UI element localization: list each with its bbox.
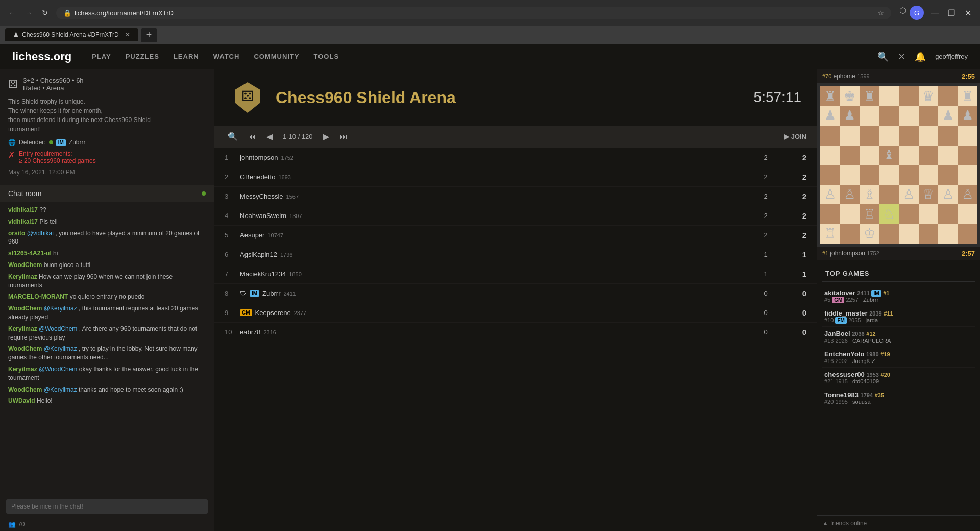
msg-user-0[interactable]: vidhikai17 [8,206,38,213]
cell-d6 [879,126,899,146]
rank-6: 6 [225,251,240,258]
chat-room-header: Chat room [0,185,214,202]
nav-learn[interactable]: LEARN [174,53,199,60]
tournament-center: ⚄ Chess960 Shield Arena 5:57:11 🔍 ⏮ ◀ 1-… [214,69,817,531]
msg-user-11[interactable]: WoodChem [8,386,42,393]
tg-player1-3: EntchenYolo 1980 #19 [824,350,890,358]
cell-g7: ♟ [938,106,958,126]
forward-button[interactable]: → [21,6,36,20]
nav-watch[interactable]: WATCH [213,53,240,60]
shield-icon-small: 🛡 [240,289,247,297]
first-page-button[interactable]: ⏮ [245,130,259,143]
cell-h2 [958,204,978,224]
last-page-button[interactable]: ⏭ [336,130,351,143]
search-icon[interactable]: 🔍 [877,51,889,62]
table-row[interactable]: 8 🛡 IM Zubrrr 2411 0 0 [214,284,817,303]
new-tab-button[interactable]: + [141,28,157,42]
close-icon[interactable]: ✕ [898,51,905,62]
defender-label: Defender: [19,139,46,146]
msg-user-8[interactable]: Keryilmaz [8,325,37,332]
cell-d1 [879,224,899,244]
msg-user-3[interactable]: sf1265-4A21-ul [8,250,52,257]
tab-close-icon[interactable]: ✕ [125,31,130,38]
msg-mention-10: @WoodChem [39,366,77,373]
top-game-row-0[interactable]: akitalover 2411 IM #1 #5 GM 2257 Zubrrr [822,286,975,306]
nav-tools[interactable]: TOOLS [314,53,339,60]
search-button[interactable]: 🔍 [225,130,241,143]
table-row[interactable]: 1 johntompson 1752 2 2 [214,148,817,167]
cell-h6 [958,126,978,146]
score-9: 0 [781,308,806,317]
tg-player2-4: #21 1915 dtd040109 [824,378,890,384]
chat-msg-0: vidhikai17 ?? [8,206,206,214]
active-tab[interactable]: ♟ Chess960 Shield Arena #DFrnXTrD ✕ [5,28,138,41]
table-row[interactable]: 4 NoahvanSwelm 1307 2 2 [214,206,817,226]
msg-user-7[interactable]: WoodChem [8,305,42,312]
tg-left-2: JanBoel 2036 #12 #13 2026 CARAPULCRA [824,330,891,344]
desc-line1: This Shield trophy is unique. [8,98,85,105]
pts-4: 2 [750,212,781,220]
address-bar[interactable]: 🔒 lichess.org/tournament/DFrnXTrD ☆ [56,7,891,19]
refresh-button[interactable]: ↻ [38,6,52,20]
score-5: 2 [781,231,806,239]
table-row[interactable]: 9 CM Keepserene 2377 0 0 [214,303,817,323]
chat-msg-8: Keryilmaz @WoodChem , Are there any 960 … [8,325,206,342]
table-row[interactable]: 6 AgsiKapin12 1796 1 1 [214,245,817,264]
desc-line2: The winner keeps it for one month, [8,107,103,114]
maximize-button[interactable]: ❐ [944,6,959,20]
prev-page-button[interactable]: ◀ [263,130,276,143]
nav-puzzles[interactable]: PUZZLES [126,53,159,60]
msg-user-1[interactable]: vidhikai17 [8,218,38,225]
table-row[interactable]: 3 MessyChessie 1567 2 2 [214,187,817,206]
top-game-row-5[interactable]: Tonne1983 1794 #35 #20 1995 souusa [822,388,975,408]
top-game-row-4[interactable]: chessuser00 1953 #20 #21 1915 dtd040109 [822,368,975,388]
top-game-row-1[interactable]: fiddle_master 2039 #11 #10 FM 2055 jarda [822,306,975,327]
cell-c2: ♖ [860,204,879,224]
main-content: ⚄ 3+2 • Chess960 • 6h Rated • Arena This… [0,69,980,531]
cell-a3: ♙ [820,185,840,205]
tg-player2-1: #10 FM 2055 jarda [824,317,893,323]
msg-user-10[interactable]: Keryilmaz [8,366,37,373]
friends-online[interactable]: ▲ friends online [817,515,980,531]
chat-footer: 👥 70 [0,518,214,531]
next-page-button[interactable]: ▶ [320,130,332,143]
player-2: GBenedetto 1693 [240,173,750,181]
nav-community[interactable]: COMMUNITY [254,53,299,60]
bottom-player-name[interactable]: johntompson [830,250,865,257]
top-player-info: #70 ephome 1599 [822,73,870,80]
bottom-player-info: #1 johntompson 1752 [822,250,879,257]
table-row[interactable]: 2 GBenedetto 1693 2 2 [214,167,817,187]
top-game-row-2[interactable]: JanBoel 2036 #12 #13 2026 CARAPULCRA [822,327,975,347]
msg-text-12: Hello! [37,397,53,404]
minimize-button[interactable]: — [928,6,942,20]
site-logo[interactable]: lichess.org [12,50,71,63]
bell-icon[interactable]: 🔔 [915,51,926,62]
chat-input[interactable] [6,499,208,514]
msg-user-6[interactable]: MARCELO-MORANT [8,293,68,300]
table-row[interactable]: 7 MaciekKru1234 1850 1 1 [214,264,817,284]
dice-icon: ⚄ [8,78,18,91]
msg-user-4[interactable]: WoodChem [8,261,42,269]
score-2: 2 [781,173,806,181]
tg-player2-5: #20 1995 souusa [824,399,884,405]
msg-text-1: Pls tell [39,218,57,225]
join-button[interactable]: ▶ JOIN [784,133,806,140]
close-button[interactable]: ✕ [961,6,975,20]
chess-board-container: ♜ ♚ ♜ ♛ ♜ ♟ ♟ ♟ ♟ [817,83,980,247]
top-player-name[interactable]: ephome [833,73,855,80]
cell-a5 [820,146,840,165]
nav-play[interactable]: PLAY [92,53,111,60]
msg-user-2[interactable]: orsito [8,230,25,237]
back-button[interactable]: ← [5,6,19,20]
rank-10: 10 [225,328,240,336]
msg-user-5[interactable]: Keryilmaz [8,273,37,280]
table-row[interactable]: 10 eabr78 2316 0 0 [214,323,817,342]
top-games-panel: TOP GAMES akitalover 2411 IM #1 #5 GM 22… [817,260,980,515]
cell-d2: ♘ [879,204,899,224]
msg-user-12[interactable]: UWDavid [8,397,35,404]
username[interactable]: geoffjeffrey [935,53,968,60]
msg-user-9[interactable]: WoodChem [8,345,42,352]
table-row[interactable]: 5 Aesuper 10747 2 2 [214,226,817,245]
top-game-row-3[interactable]: EntchenYolo 1980 #19 #16 2002 JoergKIZ [822,347,975,368]
shield-trophy-icon: ⚄ [230,80,265,115]
